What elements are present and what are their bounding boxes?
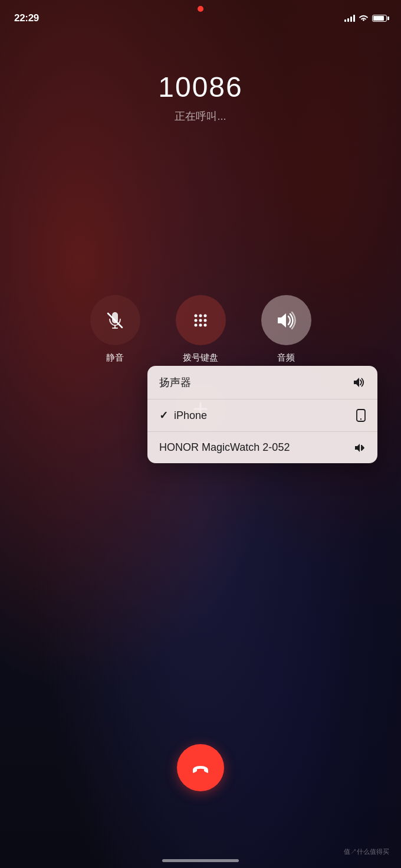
- call-status: 正在呼叫...: [0, 109, 401, 123]
- end-call-button[interactable]: [177, 744, 224, 791]
- mute-circle: [90, 295, 140, 345]
- bluetooth-device-label: HONOR MagicWatch 2-052: [159, 441, 290, 454]
- keypad-circle: [176, 295, 226, 345]
- svg-point-14: [360, 419, 361, 420]
- battery-icon: [372, 15, 387, 22]
- iphone-checkmark: ✓: [159, 409, 168, 422]
- dropdown-item-bluetooth[interactable]: HONOR MagicWatch 2-052: [147, 431, 377, 463]
- audio-circle: [261, 295, 311, 345]
- audio-label: 音频: [277, 352, 295, 363]
- audio-button[interactable]: 音频: [261, 295, 311, 363]
- svg-point-4: [195, 319, 198, 322]
- status-time: 22:29: [14, 12, 39, 24]
- bluetooth-icon: [354, 442, 366, 454]
- svg-point-6: [204, 319, 207, 322]
- audio-dropdown: 扬声器 ✓ iPhone HONOR MagicWatch 2-052: [147, 366, 377, 463]
- iphone-icon: [356, 409, 366, 422]
- iphone-label: iPhone: [174, 410, 207, 422]
- call-number: 10086: [0, 71, 401, 103]
- dropdown-item-speaker[interactable]: 扬声器: [147, 366, 377, 399]
- mute-label: 静音: [106, 352, 124, 363]
- svg-point-9: [204, 323, 207, 326]
- signal-icon: [344, 15, 355, 22]
- speaker-label: 扬声器: [159, 375, 191, 389]
- mute-button[interactable]: 静音: [90, 295, 140, 363]
- controls-row-1: 静音 拨号键盘: [0, 295, 401, 363]
- svg-point-5: [199, 319, 202, 322]
- dropdown-item-iphone[interactable]: ✓ iPhone: [147, 399, 377, 431]
- home-indicator: [162, 859, 239, 862]
- svg-point-7: [195, 323, 198, 326]
- wifi-icon: [359, 15, 369, 22]
- keypad-label: 拨号键盘: [183, 352, 218, 363]
- status-bar: 22:29: [0, 0, 401, 30]
- keypad-button[interactable]: 拨号键盘: [176, 295, 226, 363]
- status-icons: [344, 15, 387, 22]
- svg-point-2: [199, 314, 202, 317]
- svg-point-3: [204, 314, 207, 317]
- speaker-icon: [353, 377, 366, 388]
- svg-point-8: [199, 323, 202, 326]
- svg-point-1: [195, 314, 198, 317]
- watermark: 值↗什么值得买: [344, 847, 389, 856]
